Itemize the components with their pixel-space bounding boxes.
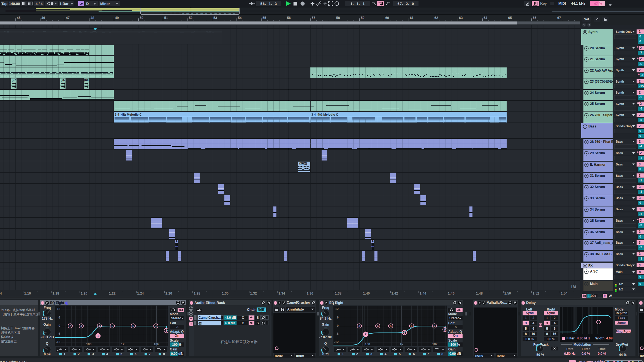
- svg-text:2: 2: [69, 324, 71, 327]
- svg-text:8: 8: [444, 328, 446, 331]
- svg-text:1: 1: [97, 334, 99, 337]
- svg-text:4: 4: [377, 324, 379, 327]
- svg-text:3: 3: [358, 324, 360, 327]
- svg-text:2: 2: [365, 333, 366, 336]
- svg-text:7: 7: [434, 324, 435, 327]
- svg-text:6: 6: [411, 324, 412, 327]
- svg-text:5: 5: [390, 324, 392, 327]
- svg-text:4: 4: [99, 324, 100, 327]
- svg-text:1: 1: [404, 331, 405, 334]
- svg-text:3: 3: [81, 324, 82, 327]
- svg-text:8: 8: [165, 329, 167, 332]
- svg-text:6: 6: [132, 324, 134, 327]
- svg-text:5: 5: [112, 324, 113, 327]
- svg-text:7: 7: [155, 324, 157, 327]
- svg-text:♭#: ♭#: [80, 2, 83, 6]
